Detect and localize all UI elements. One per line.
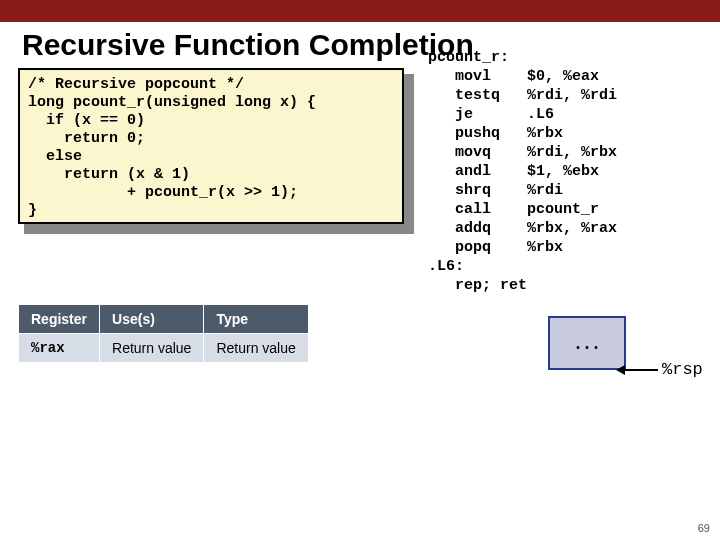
- cell-type: Return value: [204, 334, 308, 363]
- stack-dots: . . .: [576, 333, 599, 354]
- arrow-icon: [624, 369, 658, 371]
- col-uses: Use(s): [100, 305, 204, 334]
- c-code-block: /* Recursive popcount */ long pcount_r(u…: [18, 68, 404, 224]
- table-header-row: Register Use(s) Type: [19, 305, 309, 334]
- cell-register: %rax: [19, 334, 100, 363]
- stack-frame: . . .: [548, 316, 626, 370]
- col-register: Register: [19, 305, 100, 334]
- register-table: Register Use(s) Type %rax Return value R…: [18, 304, 309, 363]
- rsp-label: %rsp: [662, 360, 703, 379]
- cell-use: Return value: [100, 334, 204, 363]
- c-code: /* Recursive popcount */ long pcount_r(u…: [18, 68, 404, 224]
- assembly-code: pcount_r: movl $0, %eax testq %rdi, %rdi…: [428, 48, 617, 295]
- rsp-pointer: %rsp: [624, 360, 703, 379]
- top-bar: [0, 0, 720, 22]
- col-type: Type: [204, 305, 308, 334]
- page-number: 69: [698, 522, 710, 534]
- table-row: %rax Return value Return value: [19, 334, 309, 363]
